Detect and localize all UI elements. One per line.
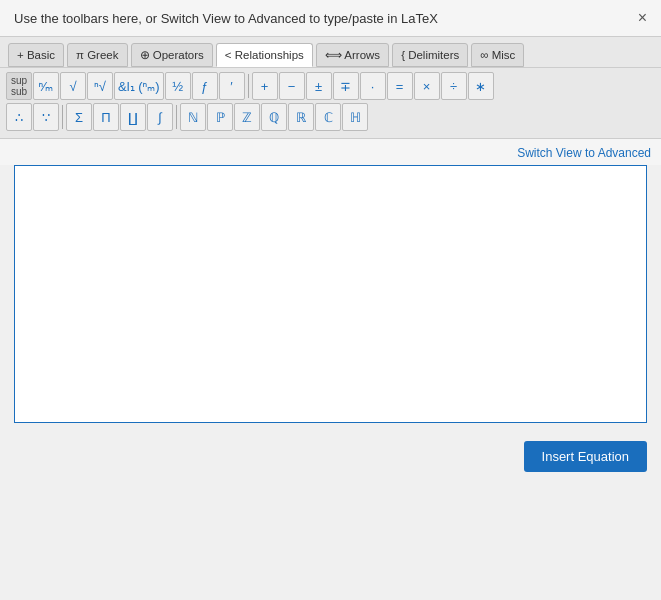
tab-relationships[interactable]: < Relationships	[216, 43, 313, 67]
symbol-area: supsubⁿ⁄ₘ√ⁿ√&l₁ (ⁿₘ)½ƒ′+−±∓·=×÷∗ ∴∵ΣΠ∐∫ℕ…	[0, 68, 661, 139]
coprod-button[interactable]: ∐	[120, 103, 146, 131]
tab-misc[interactable]: ∞ Misc	[471, 43, 524, 67]
editor-area[interactable]	[14, 165, 647, 423]
ZZ-button[interactable]: ℤ	[234, 103, 260, 131]
tab-operators[interactable]: ⊕ Operators	[131, 43, 213, 67]
switch-view-row: Switch View to Advanced	[0, 139, 661, 165]
and-button[interactable]: &l₁ (ⁿₘ)	[114, 72, 164, 100]
NN-button[interactable]: ℕ	[180, 103, 206, 131]
times-button[interactable]: ×	[414, 72, 440, 100]
prime-button[interactable]: ′	[219, 72, 245, 100]
minus-button[interactable]: −	[279, 72, 305, 100]
half-button[interactable]: ½	[165, 72, 191, 100]
tab-arrows[interactable]: ⟺ Arrows	[316, 43, 389, 67]
QQ-button[interactable]: ℚ	[261, 103, 287, 131]
prod-button[interactable]: Π	[93, 103, 119, 131]
HH-button[interactable]: ℍ	[342, 103, 368, 131]
int-button[interactable]: ∫	[147, 103, 173, 131]
top-bar-text: Use the toolbars here, or Switch View to…	[14, 11, 438, 26]
symbol-row-1: supsubⁿ⁄ₘ√ⁿ√&l₁ (ⁿₘ)½ƒ′+−±∓·=×÷∗	[6, 72, 655, 100]
div2-divider	[62, 105, 63, 129]
sum-button[interactable]: Σ	[66, 103, 92, 131]
frac-button[interactable]: ⁿ⁄ₘ	[33, 72, 59, 100]
mp-button[interactable]: ∓	[333, 72, 359, 100]
PP-button[interactable]: ℙ	[207, 103, 233, 131]
toolbar-tabs: + Basicπ Greek⊕ Operators< Relationships…	[0, 37, 661, 68]
insert-equation-button[interactable]: Insert Equation	[524, 441, 647, 472]
div3-divider	[176, 105, 177, 129]
sqrt-button[interactable]: √	[60, 72, 86, 100]
plus-button[interactable]: +	[252, 72, 278, 100]
sup-sub-label: supsub	[6, 72, 32, 100]
dotdot1-button[interactable]: ∴	[6, 103, 32, 131]
RR-button[interactable]: ℝ	[288, 103, 314, 131]
tab-greek[interactable]: π Greek	[67, 43, 127, 67]
dotdot2-button[interactable]: ∵	[33, 103, 59, 131]
div-button[interactable]: ÷	[441, 72, 467, 100]
switch-view-link[interactable]: Switch View to Advanced	[517, 146, 651, 160]
top-bar: Use the toolbars here, or Switch View to…	[0, 0, 661, 37]
cdot-button[interactable]: ·	[360, 72, 386, 100]
tab-basic[interactable]: + Basic	[8, 43, 64, 67]
close-button[interactable]: ×	[638, 10, 647, 26]
eq-button[interactable]: =	[387, 72, 413, 100]
ast-button[interactable]: ∗	[468, 72, 494, 100]
bottom-bar: Insert Equation	[0, 431, 661, 482]
div1-divider	[248, 74, 249, 98]
nsqrt-button[interactable]: ⁿ√	[87, 72, 113, 100]
CC-button[interactable]: ℂ	[315, 103, 341, 131]
pm-button[interactable]: ±	[306, 72, 332, 100]
func-button[interactable]: ƒ	[192, 72, 218, 100]
tab-delimiters[interactable]: { Delimiters	[392, 43, 468, 67]
symbol-row-2: ∴∵ΣΠ∐∫ℕℙℤℚℝℂℍ	[6, 103, 655, 131]
